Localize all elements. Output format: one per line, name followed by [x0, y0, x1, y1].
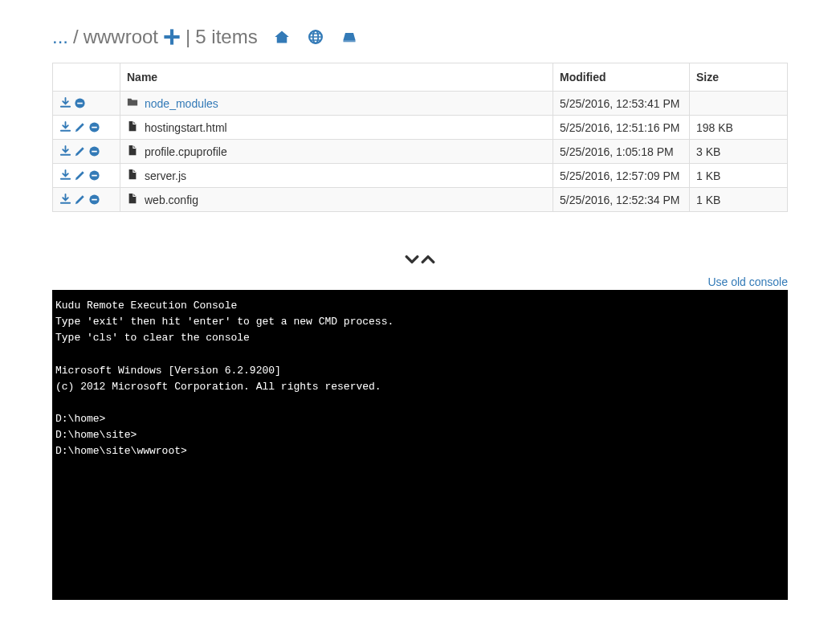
globe-icon[interactable]: [308, 29, 324, 45]
download-icon[interactable]: [59, 97, 71, 109]
item-modified: 5/25/2016, 12:51:16 PM: [553, 116, 690, 140]
breadcrumb-parent-link[interactable]: ...: [52, 26, 68, 48]
edit-icon[interactable]: [74, 145, 86, 157]
download-icon[interactable]: [59, 121, 71, 133]
disk-icon[interactable]: [341, 29, 357, 45]
item-modified: 5/25/2016, 12:57:09 PM: [553, 164, 690, 188]
col-size-header: Size: [690, 63, 788, 92]
download-icon[interactable]: [59, 145, 71, 157]
delete-icon[interactable]: [88, 121, 100, 133]
table-row: node_modules5/25/2016, 12:53:41 PM: [53, 92, 788, 116]
use-old-console-link[interactable]: Use old console: [707, 275, 788, 288]
item-name: hostingstart.html: [145, 121, 227, 134]
col-name-header: Name: [120, 63, 553, 92]
file-icon: [127, 145, 138, 158]
table-row: web.config5/25/2016, 12:52:34 PM1 KB: [53, 188, 788, 212]
expand-console-icon[interactable]: [421, 252, 435, 269]
splitter: [0, 252, 840, 269]
file-icon: [127, 120, 138, 134]
download-icon[interactable]: [59, 194, 71, 206]
item-count: 5 items: [195, 26, 257, 48]
file-table: Name Modified Size node_modules5/25/2016…: [52, 63, 788, 212]
delete-icon[interactable]: [88, 145, 100, 157]
delete-icon[interactable]: [88, 169, 100, 181]
item-size: 3 KB: [690, 140, 788, 164]
item-name[interactable]: node_modules: [145, 97, 218, 110]
edit-icon[interactable]: [74, 194, 86, 206]
item-name: server.js: [145, 169, 186, 182]
delete-icon[interactable]: [74, 97, 86, 109]
file-icon: [127, 169, 138, 182]
breadcrumb: ... / wwwroot | 5 items: [52, 26, 788, 48]
col-modified-header: Modified: [553, 63, 690, 92]
breadcrumb-separator: /: [73, 26, 79, 48]
download-icon[interactable]: [59, 169, 71, 181]
breadcrumb-pipe: |: [186, 26, 190, 48]
edit-icon[interactable]: [74, 169, 86, 181]
item-name: web.config: [145, 194, 198, 206]
col-actions-header: [53, 63, 120, 92]
edit-icon[interactable]: [74, 121, 86, 133]
delete-icon[interactable]: [88, 194, 100, 206]
item-modified: 5/25/2016, 12:52:34 PM: [553, 188, 690, 212]
console-output[interactable]: Kudu Remote Execution Console Type 'exit…: [52, 290, 788, 600]
table-row: server.js5/25/2016, 12:57:09 PM1 KB: [53, 164, 788, 188]
item-size: 1 KB: [690, 164, 788, 188]
folder-icon: [127, 96, 138, 110]
file-icon: [127, 193, 138, 206]
table-row: profile.cpuprofile5/25/2016, 1:05:18 PM3…: [53, 140, 788, 164]
item-size: [690, 92, 788, 116]
breadcrumb-current: wwwroot: [84, 26, 158, 48]
item-modified: 5/25/2016, 1:05:18 PM: [553, 140, 690, 164]
table-row: hostingstart.html5/25/2016, 12:51:16 PM1…: [53, 116, 788, 140]
item-size: 1 KB: [690, 188, 788, 212]
item-size: 198 KB: [690, 116, 788, 140]
collapse-console-icon[interactable]: [405, 252, 419, 269]
item-name: profile.cpuprofile: [145, 145, 227, 158]
item-modified: 5/25/2016, 12:53:41 PM: [553, 92, 690, 116]
home-icon[interactable]: [274, 29, 290, 45]
add-item-button[interactable]: [163, 28, 181, 46]
